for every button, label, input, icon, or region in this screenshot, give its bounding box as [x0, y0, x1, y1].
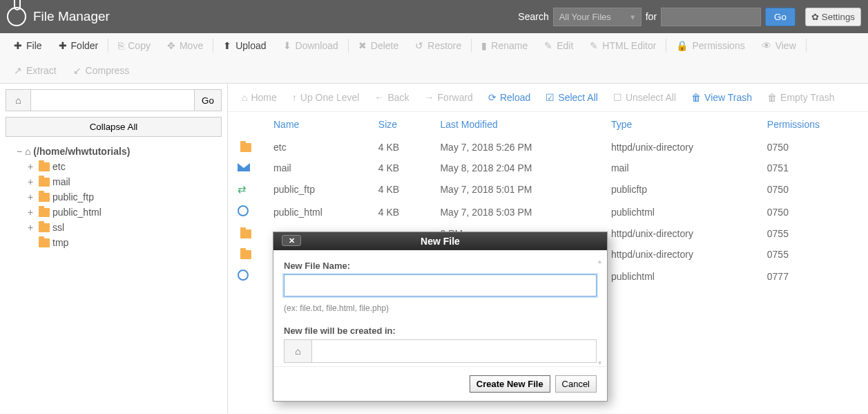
filename-label: New File Name:	[284, 261, 597, 271]
modal-overlay: ✕ New File New File Name: (ex: file.txt,…	[0, 0, 868, 414]
modal-title-bar[interactable]: ✕ New File	[273, 232, 607, 250]
create-file-button[interactable]: Create New File	[470, 375, 550, 393]
filename-hint: (ex: file.txt, file.html, file.php)	[284, 303, 597, 313]
home-icon: ⌂	[295, 346, 300, 357]
cancel-button[interactable]: Cancel	[555, 375, 597, 393]
filename-input[interactable]	[284, 274, 597, 297]
path-input[interactable]	[312, 340, 596, 362]
scrollbar-icon[interactable]	[598, 261, 605, 363]
path-home-icon: ⌂	[284, 340, 312, 362]
new-file-modal: ✕ New File New File Name: (ex: file.txt,…	[273, 232, 608, 402]
close-icon[interactable]: ✕	[282, 235, 301, 246]
path-label: New file will be created in:	[284, 326, 597, 336]
